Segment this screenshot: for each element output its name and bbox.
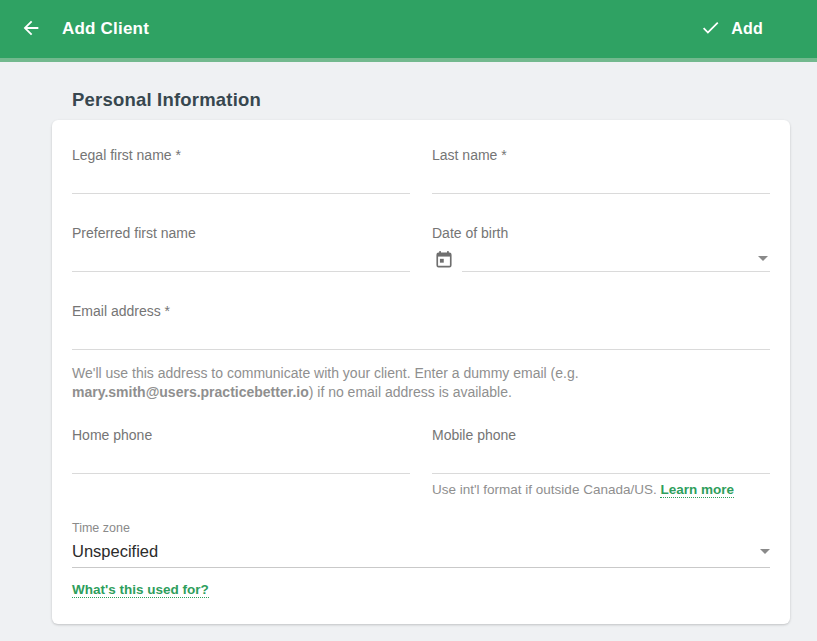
preferred-first-name-field: Preferred first name <box>72 224 410 272</box>
legal-first-name-field: Legal first name * <box>72 146 410 194</box>
app-header: Add Client Add <box>0 0 817 58</box>
email-helper-dummy-address: mary.smith@users.practicebetter.io <box>72 384 309 400</box>
name-row: Legal first name * Last name * <box>72 146 770 194</box>
home-phone-input[interactable] <box>72 444 410 474</box>
phone-format-helper: Use int'l format if outside Canada/US. L… <box>432 481 770 498</box>
back-button[interactable] <box>14 12 48 46</box>
time-zone-value: Unspecified <box>72 542 158 561</box>
mobile-phone-input[interactable] <box>432 444 770 474</box>
check-icon <box>700 17 721 41</box>
phone-helper-text: Use int'l format if outside Canada/US. <box>432 482 660 497</box>
whats-this-used-for-link[interactable]: What's this used for? <box>72 582 209 598</box>
email-helper-prefix: We'll use this address to communicate wi… <box>72 365 579 381</box>
preferred-dob-row: Preferred first name Date of birth <box>72 224 770 272</box>
header-accent-strip <box>0 58 817 62</box>
mobile-phone-label: Mobile phone <box>432 426 770 444</box>
home-phone-label: Home phone <box>72 426 410 444</box>
legal-first-name-label: Legal first name * <box>72 146 410 164</box>
add-button[interactable]: Add <box>700 17 763 41</box>
email-field: Email address * <box>72 302 770 350</box>
email-helper-text: We'll use this address to communicate wi… <box>72 364 770 402</box>
add-client-form: Personal Information Legal first name * … <box>0 89 817 624</box>
email-helper-suffix: ) if no email address is available. <box>309 384 512 400</box>
time-zone-field: Time zone Unspecified What's this used f… <box>72 518 770 598</box>
email-label: Email address * <box>72 302 770 320</box>
time-zone-label: Time zone <box>72 521 130 535</box>
preferred-first-name-input[interactable] <box>72 242 410 272</box>
mobile-phone-field: Mobile phone Use int'l format if outside… <box>432 426 770 498</box>
date-of-birth-field: Date of birth <box>432 224 770 272</box>
date-of-birth-label: Date of birth <box>432 224 770 242</box>
last-name-input[interactable] <box>432 164 770 194</box>
arrow-left-icon <box>20 17 42 42</box>
last-name-label: Last name * <box>432 146 770 164</box>
section-title: Personal Information <box>72 89 790 111</box>
phone-row: Home phone Mobile phone Use int'l format… <box>72 426 770 498</box>
date-of-birth-input[interactable] <box>462 242 770 272</box>
add-button-label: Add <box>731 20 763 38</box>
legal-first-name-input[interactable] <box>72 164 410 194</box>
email-input[interactable] <box>72 320 770 350</box>
preferred-first-name-label: Preferred first name <box>72 224 410 242</box>
personal-info-card: Legal first name * Last name * Preferred… <box>52 120 790 624</box>
chevron-down-icon <box>760 549 770 554</box>
calendar-icon[interactable] <box>434 249 454 270</box>
chevron-down-icon <box>758 256 768 261</box>
last-name-field: Last name * <box>432 146 770 194</box>
learn-more-link[interactable]: Learn more <box>660 482 734 498</box>
home-phone-field: Home phone <box>72 426 410 498</box>
page-title: Add Client <box>62 19 149 39</box>
time-zone-select[interactable]: Unspecified <box>72 536 770 568</box>
